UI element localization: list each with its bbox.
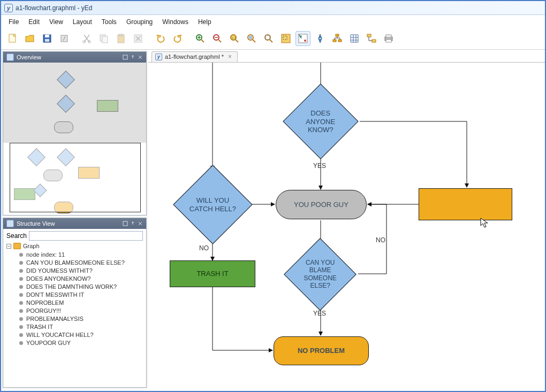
- svg-rect-27: [336, 34, 339, 36]
- content: Overview: [1, 49, 545, 389]
- grid-icon[interactable]: [347, 31, 362, 46]
- list-item[interactable]: CAN YOU BLAMESOMEONE ELSE?: [19, 259, 143, 266]
- orthogonal-icon[interactable]: [364, 31, 379, 46]
- pin-icon[interactable]: [130, 55, 135, 60]
- close-panel-icon[interactable]: [138, 221, 143, 226]
- svg-marker-26: [318, 39, 322, 43]
- titlebar: y a1-flowchart.graphml - yEd: [1, 1, 545, 15]
- pin-icon[interactable]: [130, 221, 135, 226]
- list-item[interactable]: WILL YOUCATCH HELL?: [19, 332, 143, 338]
- menu-view[interactable]: View: [49, 18, 63, 26]
- folder-icon: [13, 243, 21, 249]
- bullet-icon: [19, 261, 23, 265]
- close-tab-icon[interactable]: ×: [228, 53, 232, 60]
- tabstrip: y a1-flowchart.graphml * ×: [148, 50, 545, 63]
- zoom-out-icon[interactable]: [210, 31, 225, 46]
- search-input[interactable]: [29, 231, 143, 241]
- menu-windows[interactable]: Windows: [162, 18, 188, 26]
- graph-root-label[interactable]: Graph: [23, 243, 40, 249]
- overview-body[interactable]: [3, 63, 146, 215]
- edge-label-yes: YES: [313, 162, 326, 170]
- bullet-icon: [19, 285, 23, 289]
- zoom-in-icon[interactable]: [193, 31, 208, 46]
- structure-tree[interactable]: – Graph node index: 11 CAN YOU BLAMESOME…: [6, 243, 143, 346]
- zoom-selection-icon[interactable]: [244, 31, 259, 46]
- bullet-icon: [19, 269, 23, 273]
- list-item[interactable]: node index: 11: [19, 251, 143, 258]
- svg-rect-22: [299, 34, 307, 43]
- expand-icon[interactable]: –: [6, 244, 11, 249]
- list-item[interactable]: POORGUY!!!: [19, 308, 143, 314]
- menu-layout[interactable]: Layout: [73, 18, 92, 26]
- open-icon[interactable]: [22, 31, 37, 46]
- menu-grouping[interactable]: Grouping: [126, 18, 153, 26]
- list-item[interactable]: YOUPOOR GUY: [19, 340, 143, 346]
- app-icon: y: [4, 4, 13, 12]
- hierarchy-icon[interactable]: [330, 31, 345, 46]
- canvas[interactable]: DOES ANYONE KNOW? WILL YOU CATCH HELL? Y…: [148, 63, 545, 389]
- svg-rect-17: [249, 36, 252, 39]
- redo-icon[interactable]: [170, 31, 185, 46]
- bullet-icon: [19, 309, 23, 313]
- structure-header[interactable]: Structure View: [3, 218, 146, 229]
- svg-point-24: [304, 40, 306, 42]
- list-item[interactable]: TRASH IT: [19, 324, 143, 330]
- copy-icon[interactable]: [96, 31, 111, 46]
- node-you-poor-guy[interactable]: YOU POOR GUY: [276, 190, 367, 219]
- new-doc-icon[interactable]: [5, 31, 20, 46]
- structure-panel: Structure View Search – Graph: [3, 218, 147, 388]
- area-zoom-icon[interactable]: [278, 31, 293, 46]
- menu-file[interactable]: File: [9, 18, 19, 26]
- document-tab[interactable]: y a1-flowchart.graphml * ×: [151, 51, 238, 62]
- dock-icon[interactable]: [123, 55, 128, 60]
- bullet-icon: [19, 317, 23, 321]
- structure-icon: [6, 220, 14, 227]
- svg-rect-10: [119, 34, 123, 36]
- svg-rect-28: [333, 40, 336, 42]
- export-icon[interactable]: [57, 31, 72, 46]
- delete-icon[interactable]: [131, 31, 146, 46]
- menu-tools[interactable]: Tools: [102, 18, 117, 26]
- toolbar: 1:1: [1, 30, 545, 49]
- svg-rect-34: [386, 40, 391, 42]
- svg-marker-25: [318, 34, 322, 39]
- search-label: Search: [6, 232, 27, 240]
- paste-icon[interactable]: [113, 31, 128, 46]
- svg-rect-36: [123, 221, 127, 226]
- fit-content-icon[interactable]: [261, 31, 276, 46]
- svg-rect-31: [372, 40, 376, 42]
- node-trash-it[interactable]: TRASH IT: [170, 260, 255, 287]
- save-icon[interactable]: [40, 31, 55, 46]
- print-icon[interactable]: [381, 31, 396, 46]
- svg-rect-2: [45, 35, 49, 37]
- overview-header[interactable]: Overview: [3, 52, 146, 63]
- canvas-area: y a1-flowchart.graphml * ×: [148, 50, 545, 389]
- tab-label: a1-flowchart.graphml *: [165, 53, 224, 60]
- menu-help[interactable]: Help: [198, 18, 211, 26]
- svg-rect-30: [367, 34, 371, 37]
- edge-label-no: NO: [376, 236, 385, 244]
- structure-body: Search – Graph node index: 11 CAN YOU BL…: [3, 229, 146, 350]
- overview-icon: [6, 53, 14, 61]
- node-orange-rect[interactable]: [419, 188, 512, 220]
- list-item[interactable]: DOES THE DAMNTHING WORK?: [19, 283, 143, 290]
- zoom-1-1-icon[interactable]: 1:1: [227, 31, 242, 46]
- bullet-icon: [19, 277, 23, 281]
- edit-mode-icon[interactable]: [295, 31, 310, 46]
- edge-label-yes: YES: [313, 310, 326, 317]
- list-item[interactable]: DOES ANYONEKNOW?: [19, 275, 143, 282]
- dock-icon[interactable]: [123, 221, 128, 226]
- list-item[interactable]: DID YOUMESS WITHIT?: [19, 267, 143, 274]
- menu-edit[interactable]: Edit: [28, 18, 40, 26]
- node-no-problem[interactable]: NO PROBLEM: [274, 336, 369, 365]
- list-item[interactable]: DON'T MESSWITH IT: [19, 291, 143, 298]
- menubar: File Edit View Layout Tools Grouping Win…: [1, 15, 545, 30]
- svg-rect-19: [266, 35, 270, 40]
- undo-icon[interactable]: [153, 31, 168, 46]
- close-panel-icon[interactable]: [138, 55, 143, 60]
- nav-mode-icon[interactable]: [313, 31, 328, 46]
- list-item[interactable]: NOPROBLEM: [19, 299, 143, 306]
- cut-icon[interactable]: [79, 31, 94, 46]
- overview-panel: Overview: [3, 51, 147, 216]
- list-item[interactable]: PROBLEMANALYSIS: [19, 316, 143, 322]
